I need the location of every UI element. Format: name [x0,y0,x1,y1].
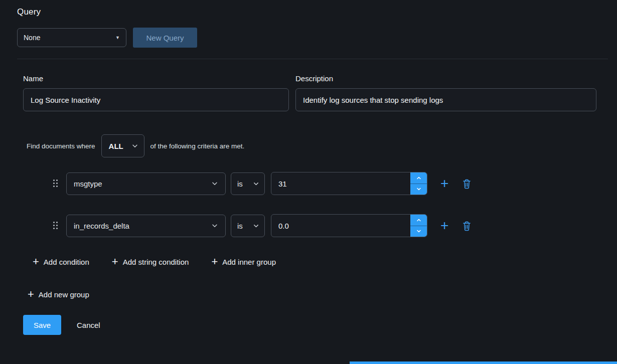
trash-icon [462,221,472,231]
add-condition-inline-button[interactable]: + [440,176,448,191]
add-inner-group-label: Add inner group [222,258,276,266]
chevron-up-icon [416,217,422,223]
page-title: Query [17,7,608,17]
match-type-select[interactable]: ALL [101,134,144,157]
plus-icon: + [112,256,118,267]
chevron-down-icon [131,142,138,149]
chevron-down-icon [416,186,422,192]
field-select[interactable]: in_records_delta [66,215,226,237]
trash-icon [462,178,472,189]
chevron-down-icon [253,180,259,187]
plus-icon: + [28,289,34,300]
section-divider [17,59,608,59]
description-input[interactable] [295,88,596,111]
stepper-down-button[interactable] [410,226,427,237]
add-string-condition-label: Add string condition [123,258,189,266]
chevron-down-icon [253,223,259,229]
horizontal-scrollbar-thumb[interactable] [350,361,617,364]
new-query-button[interactable]: New Query [133,28,197,48]
add-new-group-row: + Add new group [17,289,608,300]
value-input-group [271,172,427,195]
operator-select-value: is [237,222,243,230]
description-field-group: Description [295,74,596,111]
save-button[interactable]: Save [23,315,61,335]
add-inner-group-link[interactable]: + Add inner group [211,256,276,267]
operator-select[interactable]: is [231,172,265,195]
value-input[interactable] [271,172,410,195]
query-builder-panel: Query None ▼ New Query Name Description … [0,0,617,364]
delete-condition-button[interactable] [462,221,472,231]
criteria-sentence: Find documents where ALL of the followin… [17,134,608,157]
add-condition-inline-button[interactable]: + [440,219,448,233]
stepper-down-button[interactable] [410,184,427,195]
add-string-condition-link[interactable]: + Add string condition [112,256,189,267]
plus-icon: + [33,256,39,267]
add-links-row: + Add condition + Add string condition +… [17,256,608,267]
delete-condition-button[interactable] [462,178,472,189]
drag-handle-icon[interactable] [53,179,58,188]
condition-row: msgtype is [17,172,608,195]
operator-select[interactable]: is [231,215,265,237]
add-new-group-link[interactable]: + Add new group [28,289,89,300]
name-description-row: Name Description [17,74,608,111]
saved-query-select-value: None [24,34,40,42]
caret-down-icon: ▼ [115,35,120,40]
value-input-group [271,214,427,237]
add-condition-link[interactable]: + Add condition [33,256,89,267]
chevron-down-icon [416,228,422,234]
name-field-group: Name [23,74,289,111]
drag-handle-icon[interactable] [53,222,58,230]
name-input[interactable] [23,88,289,111]
chevron-down-icon [211,180,218,187]
number-stepper [410,172,427,195]
description-label: Description [295,74,596,83]
match-type-select-value: ALL [109,142,123,150]
field-select-value: msgtype [74,179,102,188]
stepper-up-button[interactable] [410,215,427,226]
add-condition-label: Add condition [44,258,89,266]
plus-icon: + [211,256,218,267]
name-label: Name [23,74,289,83]
add-new-group-label: Add new group [39,290,89,299]
field-select[interactable]: msgtype [66,172,226,195]
cancel-button[interactable]: Cancel [77,321,100,329]
field-select-value: in_records_delta [74,222,129,230]
conditions-list: msgtype is [17,172,608,237]
operator-select-value: is [237,179,243,188]
criteria-prefix-text: Find documents where [27,142,95,150]
number-stepper [410,215,427,237]
criteria-suffix-text: of the following criteria are met. [150,142,245,150]
condition-row: in_records_delta is [17,214,608,237]
footer-actions: Save Cancel [17,315,608,335]
saved-query-select[interactable]: None ▼ [17,28,126,47]
chevron-down-icon [211,222,218,229]
stepper-up-button[interactable] [410,172,427,184]
value-input[interactable] [271,215,410,237]
chevron-up-icon [416,175,422,181]
query-picker-row: None ▼ New Query [17,28,608,48]
